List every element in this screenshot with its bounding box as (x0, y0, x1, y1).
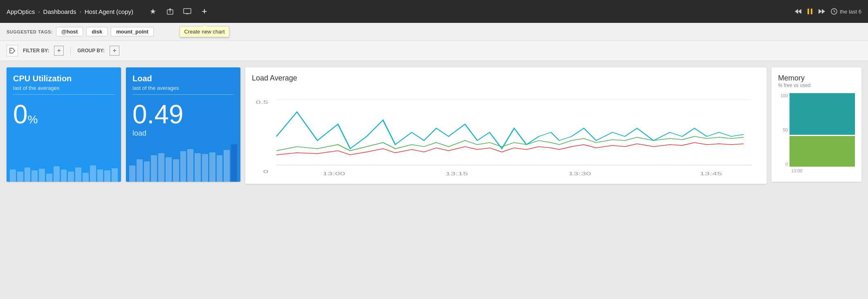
memory-title: Memory (778, 74, 855, 83)
cpu-title: CPU Utilization (13, 74, 114, 83)
svg-rect-2 (184, 9, 191, 13)
svg-marker-5 (795, 9, 798, 14)
pause-button[interactable] (807, 8, 813, 15)
cpu-bars (7, 141, 121, 182)
tag-icon[interactable] (7, 45, 18, 56)
memory-chart-area: 100 50 0 13:00 (778, 93, 855, 173)
share-button[interactable] (164, 5, 177, 18)
cpu-subtitle: last of the averages (13, 85, 114, 95)
svg-text:13:00: 13:00 (323, 171, 345, 176)
svg-text:0: 0 (263, 169, 268, 174)
filter-add-button[interactable]: + (54, 46, 64, 56)
tag-mount-point[interactable]: mount_point (111, 27, 154, 36)
group-add-button[interactable]: + (110, 46, 119, 56)
svg-marker-6 (798, 9, 801, 14)
cpu-widget: CPU Utilization last of the averages 0% (7, 67, 121, 182)
forward-button[interactable] (818, 8, 826, 15)
header: AppOptics › Dashboards › Host Agent (cop… (0, 0, 868, 23)
svg-text:0.5: 0.5 (256, 100, 268, 105)
svg-line-13 (834, 11, 835, 12)
load-avg-svg: 0.5 0 13:00 13:15 13:30 13:45 (252, 87, 760, 177)
load-bars (126, 141, 240, 182)
svg-text:13:45: 13:45 (700, 171, 722, 176)
filter-divider (70, 47, 71, 55)
svg-text:13:30: 13:30 (568, 171, 591, 176)
app-name: AppOptics (7, 8, 35, 15)
svg-marker-9 (819, 9, 822, 14)
load-avg-chart-area: 0.5 0 13:00 13:15 13:30 13:45 (252, 87, 760, 177)
load-avg-title: Load Average (252, 74, 760, 83)
memory-y-50: 50 (778, 127, 788, 132)
svg-point-14 (11, 50, 11, 51)
main-content: CPU Utilization last of the averages 0% … (0, 61, 868, 190)
cpu-value: 0% (13, 101, 114, 127)
memory-bar-blue (789, 93, 855, 135)
rewind-button[interactable] (794, 8, 802, 15)
memory-widget: Memory % free vs used 100 50 0 13:00 (772, 67, 861, 182)
star-button[interactable]: ★ (146, 5, 159, 18)
memory-y-100: 100 (778, 93, 788, 98)
memory-y-0: 0 (778, 162, 788, 167)
tag-host[interactable]: @host (56, 27, 83, 36)
load-widget: Load last of the averages 0.49 load (126, 67, 240, 182)
svg-rect-7 (807, 9, 809, 14)
load-value: 0.49 (132, 101, 234, 127)
clock-icon (831, 8, 837, 15)
memory-x-label: 13:00 (791, 168, 855, 173)
tags-bar: SUGGESTED TAGS: @host disk mount_point (0, 23, 868, 41)
breadcrumb: AppOptics › Dashboards › Host Agent (cop… (7, 8, 133, 15)
svg-rect-8 (811, 9, 812, 14)
tags-label: SUGGESTED TAGS: (7, 29, 53, 34)
tag-disk[interactable]: disk (86, 27, 108, 36)
label-icon (9, 47, 16, 54)
breadcrumb-dashboards[interactable]: Dashboards (43, 8, 76, 15)
display-button[interactable] (181, 5, 194, 18)
svg-marker-10 (822, 9, 825, 14)
time-info: the last 6 (831, 8, 861, 15)
load-subtitle: last of the averages (132, 85, 234, 95)
header-actions: ★ + Create new chart (146, 5, 211, 18)
memory-subtitle: % free vs used (778, 83, 855, 88)
load-title: Load (132, 74, 234, 83)
load-avg-chart: Load Average 0.5 0 13:00 13:15 13:30 13:… (245, 67, 767, 184)
load-unit: load (132, 129, 234, 138)
breadcrumb-sep-2: › (79, 9, 81, 15)
breadcrumb-page: Host Agent (copy) (85, 8, 133, 15)
filter-bar: FILTER BY: + GROUP BY: + (0, 41, 868, 61)
time-label: the last 6 (840, 9, 861, 15)
svg-text:13:15: 13:15 (446, 171, 468, 176)
create-chart-tooltip: Create new chart (180, 26, 229, 37)
memory-bar-green (789, 136, 855, 167)
header-right: the last 6 (794, 8, 861, 15)
group-by-label: GROUP BY: (77, 48, 105, 54)
add-chart-button[interactable]: + (198, 5, 211, 18)
filter-by-label: FILTER BY: (23, 48, 49, 54)
breadcrumb-sep-1: › (38, 9, 40, 15)
